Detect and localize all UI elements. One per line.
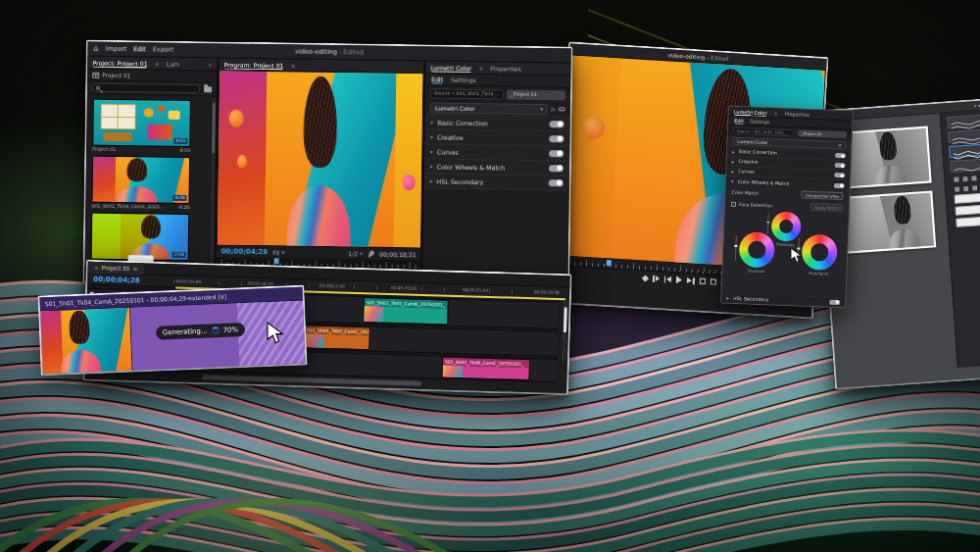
sidebar-tool-icons[interactable]	[954, 176, 980, 182]
project-item-clip-a[interactable]: 4:28	[91, 156, 190, 204]
toggle-color-wheels[interactable]	[834, 182, 845, 187]
toggle-curves[interactable]	[834, 173, 845, 177]
shadows-wheel[interactable]	[739, 231, 775, 268]
floating-clip-body: Generating... 70%	[130, 301, 305, 371]
play-button[interactable]	[676, 276, 682, 283]
midtones-wheel[interactable]	[771, 211, 802, 241]
tab-properties[interactable]: Properties	[490, 65, 520, 72]
chevron-right-icon: ▸	[731, 168, 734, 174]
context-chip[interactable]: _Project 01	[798, 129, 847, 138]
section-hsl-secondary[interactable]: ▸ HSL Secondary	[424, 174, 569, 190]
close-icon[interactable]: ×	[291, 62, 296, 69]
tab-project[interactable]: Project: Project 01	[92, 59, 147, 67]
chevron-right-icon: ▸	[430, 148, 433, 154]
bypass-eye-icon[interactable]	[559, 107, 565, 111]
toggle-creative[interactable]	[835, 163, 846, 168]
step-back-button[interactable]	[664, 276, 672, 282]
project-item-room[interactable]: 4:03	[92, 99, 191, 147]
sketch-thumb-selected[interactable]	[949, 144, 980, 159]
chevron-right-icon: ▸	[732, 148, 735, 154]
close-icon[interactable]: ×	[478, 65, 483, 72]
tab-sequence[interactable]: × Project 01 ≡	[88, 261, 144, 275]
subtab-settings[interactable]: Settings	[451, 76, 475, 83]
toggle-hsl-secondary[interactable]	[549, 179, 564, 186]
timeline-vscrollbar[interactable]	[562, 301, 567, 362]
menu-import[interactable]: Import	[106, 45, 127, 53]
timeline-clip-pink[interactable]: S01_Sh01_Tk06_CamC_20250101_	[442, 356, 531, 380]
lift-button[interactable]	[699, 278, 705, 284]
total-timecode: 00;00;18;31	[379, 250, 416, 258]
fit-dropdown[interactable]: Fit▾	[272, 249, 284, 256]
toggle-basic-correction[interactable]	[550, 121, 564, 127]
clip-thumbnail	[304, 333, 323, 348]
toggle-color-wheels[interactable]	[549, 165, 564, 172]
shadows-slider[interactable]	[735, 235, 737, 261]
window-premiere-main: ⌂ Import Edit Export video-editing - Edi…	[82, 40, 572, 291]
extract-button[interactable]	[710, 278, 715, 284]
subtab-edit[interactable]: Edit	[431, 75, 443, 82]
generating-status-pill: Generating... 70%	[155, 323, 245, 340]
swatch[interactable]	[954, 193, 980, 204]
window2-playhead[interactable]	[607, 260, 612, 266]
sidebar-tool-icons[interactable]	[955, 185, 980, 192]
tab-lumetri-color[interactable]: Lumetri Color	[734, 108, 767, 115]
timeline-clip-teal[interactable]: S01_Sh01_Tk01_CamB_20250101_	[363, 297, 449, 326]
swatch[interactable]	[956, 217, 980, 227]
comparison-view-button[interactable]: Comparison View	[802, 191, 844, 201]
sketch-thumb[interactable]	[950, 159, 980, 174]
tab-lumetri-color[interactable]: Lumetri Color	[430, 64, 471, 72]
new-bin-icon[interactable]	[204, 86, 212, 92]
home-icon[interactable]: ⌂	[94, 45, 99, 53]
close-icon[interactable]: ×	[773, 110, 777, 116]
step-forward-button[interactable]	[687, 276, 695, 283]
project-item-clip-b[interactable]: 2:18	[91, 213, 190, 261]
source-clip-chip[interactable]: Source • S01_Sh01_Tk04_…	[733, 127, 795, 136]
menu-export[interactable]: Export	[153, 45, 173, 53]
fx-icon[interactable]: ƒx	[551, 106, 556, 112]
highlights-wheel[interactable]	[802, 234, 838, 271]
apply-match-button[interactable]: Apply Match	[810, 203, 843, 212]
program-video-area[interactable]	[218, 71, 422, 247]
program-playhead[interactable]	[273, 258, 278, 264]
more-panels-icon[interactable]: »	[209, 61, 213, 68]
marker-button[interactable]	[643, 276, 648, 280]
program-video-still	[218, 71, 422, 247]
sketch-thumb[interactable]	[947, 115, 980, 129]
swatch[interactable]	[955, 205, 980, 216]
search-input[interactable]	[92, 83, 200, 94]
face-detection-checkbox[interactable]	[731, 201, 736, 206]
sketch-thumb[interactable]	[948, 129, 980, 144]
menu-edit[interactable]: Edit	[133, 45, 146, 53]
timeline-clip-orange[interactable]: S01_Sh01_Tk02_CamC_20250101_	[303, 325, 370, 350]
color-wheels-area: Shadows Midtones Highlights	[722, 210, 849, 298]
close-icon[interactable]: ×	[155, 60, 160, 67]
subtab-settings[interactable]: Settings	[750, 118, 770, 125]
toggle-creative[interactable]	[549, 135, 564, 142]
preset-dropdown[interactable]: Lumetri Color▾	[430, 102, 548, 115]
playback-resolution-dropdown[interactable]: 1/2▾	[348, 250, 363, 257]
toolbar-dot	[974, 105, 976, 107]
subtab-edit[interactable]: Edit	[734, 118, 744, 124]
context-chip[interactable]: _Project 01	[507, 89, 565, 100]
panel-menu-icon[interactable]: ≡	[133, 266, 138, 272]
timeline-timecode[interactable]: 00;00;04;28	[87, 275, 173, 285]
progress-percent: 70%	[222, 326, 238, 335]
toggle-basic-correction[interactable]	[835, 153, 846, 158]
mark-in-button[interactable]	[653, 275, 660, 281]
tab-lumetri-truncated[interactable]: Lum	[167, 60, 179, 67]
generated-region-hatch	[237, 301, 305, 367]
lumetri-panel: Lumetri Color × Properties Edit Settings…	[422, 61, 570, 288]
toggle-hsl-secondary[interactable]	[829, 299, 840, 304]
toggle-curves[interactable]	[549, 150, 564, 157]
tab-properties[interactable]: Properties	[785, 110, 809, 117]
midtones-slider[interactable]	[767, 213, 769, 234]
highlights-slider[interactable]	[798, 237, 800, 263]
close-icon[interactable]: ×	[94, 264, 99, 270]
progress-spinner-icon	[211, 327, 219, 335]
project-panel: Project: Project 01 × Lum » Project 01 4…	[84, 57, 217, 284]
floating-extended-clip[interactable]: S01_Sh01_Tk04_CamA_20250101 - 00;00;04;2…	[37, 285, 307, 376]
source-clip-chip[interactable]: Source • S01_Sh01_Tk04_…	[430, 88, 504, 99]
tab-program[interactable]: Program: Project 01	[223, 61, 283, 69]
settings-wrench-icon[interactable]	[368, 250, 374, 257]
current-timecode[interactable]: 00;00;04;28	[221, 247, 268, 256]
